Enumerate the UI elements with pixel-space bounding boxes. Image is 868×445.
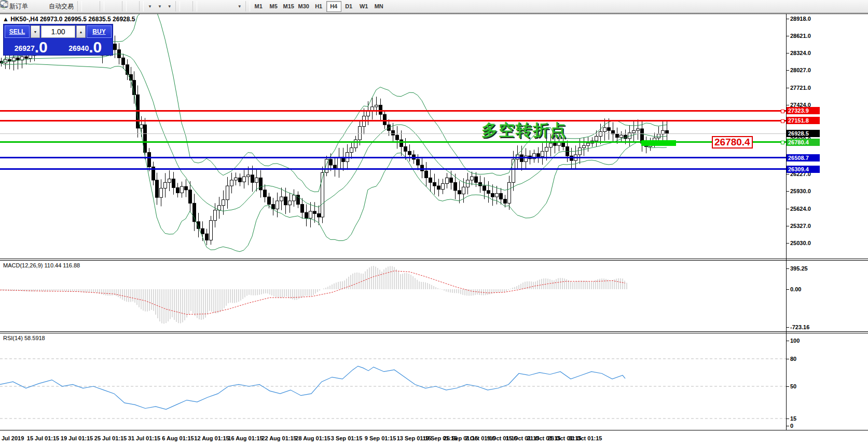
rsi-tick-label: 15 <box>790 415 796 422</box>
toolbar-separator <box>139 1 144 11</box>
horizontal-line-object[interactable] <box>0 157 786 158</box>
dropdown-caret-icon[interactable]: ▼ <box>238 4 242 9</box>
zoom-out-button[interactable] <box>111 0 116 12</box>
time-axis-label: 3 Sep 01:15 <box>331 435 363 441</box>
time-axis[interactable]: 9 Jul 201915 Jul 01:1519 Jul 01:1525 Jul… <box>0 430 868 445</box>
sell-button[interactable]: SELL <box>5 25 30 38</box>
dropdown-caret-icon[interactable]: ▼ <box>168 4 172 9</box>
rsi-tick <box>787 419 789 419</box>
price-tick <box>787 209 789 209</box>
new-order-button-label: 新订单 <box>9 2 28 11</box>
new-order-button[interactable]: 新订单 <box>7 0 31 12</box>
rsi-tick <box>787 359 789 359</box>
line-price-label: 26780.4 <box>787 139 820 146</box>
line-price-label: 27323.9 <box>787 107 820 114</box>
time-axis-label: 9 Sep 01:15 <box>365 435 396 441</box>
panel-divider[interactable] <box>0 331 868 333</box>
periods-button[interactable]: ▼ <box>155 0 164 12</box>
price-tick <box>787 70 789 71</box>
timeframe-d1[interactable]: D1 <box>341 1 356 12</box>
bar-chart-button[interactable] <box>83 0 88 12</box>
cursor-button[interactable] <box>181 0 186 12</box>
price-tick-label: 25930.0 <box>790 188 811 194</box>
timeframe-m5[interactable]: M5 <box>266 1 281 12</box>
candlestick-chart <box>0 14 786 259</box>
symbol-period-label: HK50-,H4 <box>10 16 38 23</box>
price-tick-label: 25327.0 <box>790 223 811 229</box>
timeframe-m15[interactable]: M15 <box>281 1 296 12</box>
buy-price-button[interactable]: 26940.0 <box>59 39 112 55</box>
volume-input[interactable]: 1.00 <box>41 25 75 38</box>
price-tick <box>787 191 789 192</box>
price-tick-label: 28027.0 <box>790 67 811 73</box>
rsi-line <box>0 366 625 409</box>
chart-shift-button[interactable] <box>133 0 138 12</box>
chart-text-annotation[interactable]: 多空转折点 <box>481 119 567 141</box>
indicators-button[interactable]: ▼ <box>145 0 155 12</box>
arrows-button[interactable]: ▼ <box>235 0 244 12</box>
new-chart-button[interactable] <box>31 0 36 12</box>
price-callout-box[interactable]: 26780.4 <box>712 136 753 149</box>
timeframe-h1[interactable]: H1 <box>311 1 326 12</box>
horizontal-line-button[interactable] <box>203 0 209 12</box>
rsi-tick-label: 80 <box>790 356 796 362</box>
line-endpoint-marker[interactable] <box>781 141 784 144</box>
price-tick <box>787 226 789 226</box>
price-tick-label: 27721.0 <box>790 85 811 91</box>
horizontal-line-object[interactable] <box>0 133 786 134</box>
dropdown-caret-icon[interactable]: ▼ <box>148 4 152 9</box>
volume-down-button[interactable]: ▼ <box>31 25 40 38</box>
timeframe-w1[interactable]: W1 <box>356 1 371 12</box>
volume-up-button[interactable]: ▲ <box>76 25 86 38</box>
timeframe-mn[interactable]: MN <box>371 1 387 12</box>
macd-tick-label: 0.00 <box>790 286 801 292</box>
toolbar-separator <box>175 1 180 11</box>
line-endpoint-marker[interactable] <box>781 119 784 123</box>
time-axis-label: 28 Aug 01:15 <box>295 435 330 441</box>
timeframe-m1[interactable]: M1 <box>251 1 266 12</box>
profiles-button[interactable] <box>36 0 41 12</box>
timeframe-h4[interactable]: H4 <box>326 1 341 12</box>
templates-button[interactable]: ▼ <box>164 0 174 12</box>
text-label-button[interactable]: T <box>229 0 235 12</box>
highlight-rectangle[interactable] <box>641 140 676 146</box>
time-axis-label: 22 Aug 01:15 <box>261 435 296 441</box>
timeframe-m30[interactable]: M30 <box>296 1 311 12</box>
line-price-label: 26309.4 <box>787 166 820 173</box>
signals-button[interactable] <box>41 0 46 12</box>
price-tick <box>787 105 789 105</box>
price-tick-label: 25030.0 <box>790 240 811 246</box>
macd-tick <box>787 289 789 290</box>
rsi-tick <box>787 426 789 426</box>
macd-tick <box>787 327 789 328</box>
collapse-icon[interactable]: ▲ <box>3 16 9 23</box>
toolbar-separator <box>122 1 127 11</box>
rsi-tick-label: 0 <box>790 423 793 429</box>
sell-price-button[interactable]: 26927.0 <box>5 39 58 55</box>
buy-button[interactable]: BUY <box>87 25 112 38</box>
toolbar-separator <box>245 1 250 11</box>
line-chart-button[interactable] <box>93 0 99 12</box>
panel-divider[interactable] <box>0 259 868 261</box>
auto-scroll-button[interactable] <box>128 0 133 12</box>
candlestick-chart-button[interactable] <box>88 0 93 12</box>
horizontal-line-object[interactable] <box>0 120 786 122</box>
zoom-in-button[interactable] <box>105 0 111 12</box>
macd-chart <box>0 261 786 331</box>
price-tick-label: 25624.0 <box>790 206 811 212</box>
autotrading-button[interactable]: 自动交易 <box>46 0 76 12</box>
dropdown-caret-icon[interactable]: ▼ <box>158 4 162 9</box>
price-chart-panel <box>0 14 786 259</box>
fibonacci-button[interactable]: F <box>219 0 224 12</box>
horizontal-line-object[interactable] <box>0 110 786 112</box>
tile-windows-button[interactable] <box>116 0 121 12</box>
horizontal-line-object[interactable] <box>0 168 786 170</box>
crosshair-button[interactable] <box>186 0 191 12</box>
trendline-button[interactable] <box>209 0 214 12</box>
channel-button[interactable]: E <box>214 0 219 12</box>
rsi-tick-label: 100 <box>790 338 800 344</box>
price-tick-label: 28324.0 <box>790 50 811 56</box>
vertical-line-button[interactable] <box>198 0 203 12</box>
line-endpoint-marker[interactable] <box>781 110 784 113</box>
text-button[interactable]: A <box>224 0 229 12</box>
